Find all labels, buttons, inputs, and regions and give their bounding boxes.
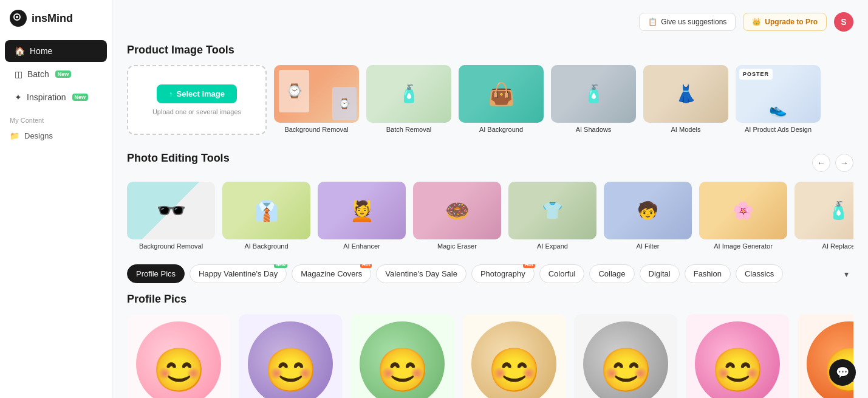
- ai-shadows-img: 🧴: [551, 65, 636, 123]
- folder-icon: 📁: [10, 131, 19, 140]
- valentine-new-badge: New: [274, 264, 287, 268]
- avatar[interactable]: S: [834, 12, 853, 32]
- tab-magazine-covers-label: Magazine Covers: [301, 269, 362, 278]
- main-content: 📋 Give us suggestions 👑 Upgrade to Pro S…: [112, 0, 868, 398]
- tab-classics[interactable]: Classics: [736, 264, 783, 283]
- logo-text: insMind: [32, 12, 73, 25]
- tab-classics-label: Classics: [745, 269, 774, 278]
- topbar: 📋 Give us suggestions 👑 Upgrade to Pro S: [127, 12, 853, 32]
- batch-removal-img: 🧴: [366, 65, 451, 123]
- profile-pic-6[interactable]: 😊: [686, 314, 789, 398]
- crown-icon: 👑: [752, 18, 761, 26]
- photo-ai-image-gen-img: 🌸: [699, 182, 787, 239]
- upload-icon: ↑: [169, 89, 173, 98]
- profile-pics-title: Profile Pics: [127, 293, 853, 306]
- ai-models-img: 👗: [643, 65, 728, 123]
- photo-bg-removal-img: 🕶️: [127, 182, 215, 239]
- tab-collage-label: Collage: [598, 269, 625, 278]
- tab-profile-pics[interactable]: Profile Pics: [127, 264, 185, 283]
- profile-pic-4[interactable]: 😊: [462, 314, 566, 398]
- sidebar: insMind 🏠 Home ◫ Batch New ✦ Inspiration…: [0, 0, 112, 398]
- sidebar-item-designs[interactable]: 📁 Designs: [0, 126, 112, 145]
- profile-pic-1[interactable]: 😊: [127, 314, 230, 398]
- product-tools-row: ↑ Select image Upload one or several ima…: [127, 65, 853, 135]
- chat-widget[interactable]: 💬: [829, 359, 856, 386]
- ai-shadows-label: AI Shadows: [551, 126, 636, 133]
- photo-tool-magic-eraser[interactable]: 🍩 Magic Eraser: [413, 182, 501, 250]
- tab-valentines-sale[interactable]: Valentine's Day Sale: [376, 264, 466, 283]
- product-tools-title: Product Image Tools: [127, 44, 853, 57]
- inspiration-badge: New: [72, 94, 89, 101]
- profile-pic-5[interactable]: 😊: [574, 314, 677, 398]
- tool-card-bg-removal[interactable]: ⌚ ⌚ Background Removal: [274, 65, 359, 135]
- suggest-button[interactable]: 📋 Give us suggestions: [639, 13, 736, 31]
- photo-tools-row: 🕶️ Background Removal 👔 AI Background 💆: [127, 182, 853, 250]
- photo-tool-ai-replace[interactable]: 🧴 AI Replace: [795, 182, 853, 250]
- bg-removal-img: ⌚ ⌚: [274, 65, 359, 123]
- photography-hot-badge: Hot: [523, 264, 535, 268]
- photo-tool-bg-removal[interactable]: 🕶️ Background Removal: [127, 182, 215, 250]
- profile-pic-2[interactable]: 😊: [239, 314, 342, 398]
- photo-ai-replace-img: 🧴: [795, 182, 853, 239]
- tool-card-ai-shadows[interactable]: 🧴 AI Shadows: [551, 65, 636, 135]
- app-logo: insMind: [0, 10, 112, 39]
- tab-fashion[interactable]: Fashion: [685, 264, 731, 283]
- logo-icon: [10, 10, 27, 27]
- photo-ai-background-label: AI Background: [222, 242, 310, 250]
- photo-ai-image-gen-label: AI Image Generator: [699, 242, 787, 250]
- tab-digital-label: Digital: [649, 269, 671, 278]
- tab-photography-label: Photography: [480, 269, 525, 278]
- bg-removal-label: Background Removal: [274, 126, 359, 133]
- svg-point-1: [16, 16, 18, 18]
- photo-ai-background-img: 👔: [222, 182, 310, 239]
- tabs-dropdown-button[interactable]: ▾: [839, 267, 853, 281]
- tab-happy-valentine[interactable]: Happy Valentine's Day New: [190, 264, 287, 283]
- photo-ai-filter-label: AI Filter: [604, 242, 692, 250]
- ai-background-label: AI Background: [459, 126, 544, 133]
- tool-card-ai-product-ads[interactable]: POSTER 👟 AI Product Ads Design: [736, 65, 821, 135]
- next-arrow-button[interactable]: →: [835, 154, 853, 172]
- tool-card-ai-background[interactable]: 👜 AI Background: [459, 65, 544, 135]
- sidebar-item-batch[interactable]: ◫ Batch New: [5, 63, 107, 85]
- suggest-icon: 📋: [648, 18, 657, 26]
- photo-magic-eraser-img: 🍩: [413, 182, 501, 239]
- ai-background-img: 👜: [459, 65, 544, 123]
- tab-fashion-label: Fashion: [694, 269, 722, 278]
- photo-ai-replace-label: AI Replace: [795, 242, 853, 250]
- upgrade-button[interactable]: 👑 Upgrade to Pro: [743, 13, 827, 31]
- chat-icon: 💬: [836, 366, 849, 379]
- tool-card-ai-models[interactable]: 👗 AI Models: [643, 65, 728, 135]
- tool-card-batch-removal[interactable]: 🧴 Batch Removal: [366, 65, 451, 135]
- tab-collage[interactable]: Collage: [589, 264, 634, 283]
- upload-helper-text: Upload one or several images: [152, 108, 241, 115]
- nav-arrows: ← →: [812, 154, 853, 172]
- tab-magazine-covers[interactable]: Magazine Covers Hot: [292, 264, 371, 283]
- category-tabs: Profile Pics Happy Valentine's Day New M…: [127, 264, 853, 283]
- tab-photography[interactable]: Photography Hot: [471, 264, 535, 283]
- tab-digital[interactable]: Digital: [640, 264, 680, 283]
- select-image-button[interactable]: ↑ Select image: [157, 84, 237, 103]
- sidebar-item-home[interactable]: 🏠 Home: [5, 40, 107, 62]
- photo-ai-expand-img: 👕: [508, 182, 596, 239]
- tab-valentines-sale-label: Valentine's Day Sale: [385, 269, 457, 278]
- sidebar-item-inspiration[interactable]: ✦ Inspiration New: [5, 86, 107, 108]
- photo-ai-expand-label: AI Expand: [508, 242, 596, 250]
- photo-tool-ai-image-gen[interactable]: 🌸 AI Image Generator: [699, 182, 787, 250]
- product-tools-section: Product Image Tools ↑ Select image Uploa…: [127, 44, 853, 135]
- batch-badge: New: [55, 70, 72, 78]
- prev-arrow-button[interactable]: ←: [812, 154, 830, 172]
- tab-colorful-label: Colorful: [548, 269, 576, 278]
- upload-card[interactable]: ↑ Select image Upload one or several ima…: [127, 65, 267, 135]
- batch-icon: ◫: [15, 69, 22, 79]
- tab-colorful[interactable]: Colorful: [539, 264, 585, 283]
- photo-tools-section: Photo Editing Tools ← → 🕶️ Background Re…: [127, 152, 853, 250]
- my-content-label: My Content: [0, 109, 112, 126]
- photo-tool-ai-filter[interactable]: 🧒 AI Filter: [604, 182, 692, 250]
- photo-tool-ai-enhancer[interactable]: 💆 AI Enhancer: [318, 182, 406, 250]
- tab-happy-valentine-label: Happy Valentine's Day: [199, 269, 278, 278]
- photo-tools-header: Photo Editing Tools ← →: [127, 152, 853, 173]
- photo-tool-ai-expand[interactable]: 👕 AI Expand: [508, 182, 596, 250]
- photo-tool-ai-background[interactable]: 👔 AI Background: [222, 182, 310, 250]
- profile-pic-3[interactable]: 😊: [350, 314, 454, 398]
- profile-pics-row: 😊 😊 😊: [127, 314, 853, 398]
